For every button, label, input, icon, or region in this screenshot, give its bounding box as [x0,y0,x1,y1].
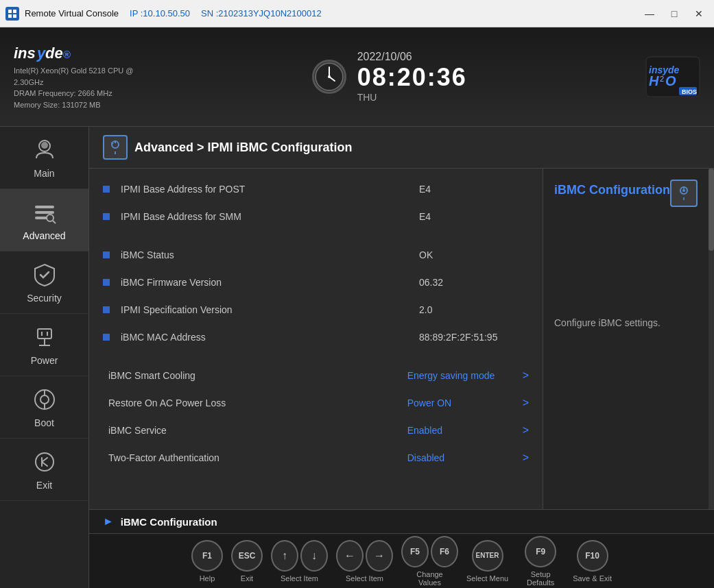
time-display: 08:20:36 [357,63,467,92]
sidebar-item-exit[interactable]: Exit [0,439,88,501]
sidebar-item-main[interactable]: Main [0,127,88,189]
sidebar-exit-label: Exit [36,480,52,491]
right-circle: → [366,540,393,572]
row-indicator [103,334,110,341]
row-indicator [103,279,110,286]
sidebar-security-label: Security [27,293,62,304]
esc-label: Exit [241,574,253,583]
function-key-bar: F1 Help ESC Exit ↑ ↓ Select Item ← [89,533,714,588]
row-value-two-factor: Disabled [407,452,517,463]
svg-text:ins: ins [14,45,36,62]
sidebar-main-label: Main [34,168,54,179]
insyde-h2o-logo: insyde H 2 O BIOS [645,56,700,97]
divider-1 [89,230,543,241]
settings-row-ipmi-smm[interactable]: IPMI Base Address for SMM E4 [89,203,543,230]
minimize-button[interactable]: — [640,5,659,22]
row-label-ipmi-smm: IPMI Base Address for SMM [121,211,419,222]
svg-rect-1 [13,10,16,13]
f1-label: Help [200,574,215,583]
sidebar-item-security[interactable]: Security [0,252,88,314]
left-circle: ← [336,540,364,572]
settings-row-ibmc-status[interactable]: iBMC Status OK [89,241,543,269]
enter-circle: ENTER [472,540,503,572]
row-value-ibmc-cooling: Energy saving mode [407,370,517,381]
svg-rect-0 [8,10,12,13]
boot-icon [31,386,58,413]
settings-row-ibmc-mac[interactable]: iBMC MAC Address 88:89:2F:2F:51:95 [89,323,543,351]
exit-icon [31,448,58,476]
row-label-ipmi-spec: IPMI Specification Version [121,304,419,315]
section-arrow-icon: ► [103,515,114,528]
main-content: Advanced > IPMI iBMC Configuration IPMI … [89,127,714,588]
row-arrow-two-factor: > [523,452,529,464]
svg-rect-22 [35,211,54,214]
fkey-updown[interactable]: ↑ ↓ Select Item [271,540,328,583]
f5-circle: F5 [401,536,429,567]
insyde-logo: ins y de ® [14,43,133,62]
header-left: ins y de ® Intel(R) Xeon(R) Gold 5218 CP… [14,43,133,110]
row-value-ibmc-status: OK [419,249,529,260]
breadcrumb-text: Advanced > IPMI iBMC Configuration [134,140,353,155]
row-label-restore-power: Restore On AC Power Loss [108,397,407,408]
window-sn: SN :2102313YJQ10N2100012 [201,8,322,19]
row-arrow-service: > [523,424,529,437]
svg-text:de: de [45,45,63,62]
cpu-line4: Memory Size: 131072 MB [14,99,133,111]
window-ip: IP :10.10.50.50 [130,8,190,19]
svg-point-20 [41,142,48,149]
security-icon [31,261,58,289]
f9-circle: F9 [525,536,556,567]
sidebar-item-boot[interactable]: Boot [0,376,88,439]
fkey-f1[interactable]: F1 Help [191,540,223,583]
fkey-esc[interactable]: ESC Exit [231,540,263,583]
updown-label: Select Item [281,574,318,583]
cpu-info: Intel(R) Xeon(R) Gold 5218 CPU @ 2.30GHz… [14,65,133,110]
svg-rect-26 [38,329,51,339]
svg-point-24 [47,215,53,221]
settings-left: IPMI Base Address for POST E4 IPMI Base … [89,169,543,509]
svg-text:®: ® [63,49,71,60]
row-value-ibmc-firmware: 06.32 [419,277,529,288]
clock-icon [312,60,346,94]
breadcrumb-area: Advanced > IPMI iBMC Configuration [89,127,714,169]
close-button[interactable]: ✕ [689,5,709,22]
settings-row-two-factor[interactable]: Two-Factor Authentication Disabled > [89,444,543,471]
day-display: THU [357,92,467,103]
title-bar: Remote Virtual Console IP :10.10.50.50 S… [0,0,714,27]
row-label-two-factor: Two-Factor Authentication [108,452,407,463]
breadcrumb-icon [103,135,128,160]
fkey-f9[interactable]: F9 Setup Defaults [516,536,564,587]
fkey-enter[interactable]: ENTER Select Menu [466,540,508,583]
date-display: 2022/10/06 [357,51,467,63]
row-arrow-cooling: > [523,369,529,382]
scrollbar-thumb[interactable] [709,169,714,251]
cpu-line1: Intel(R) Xeon(R) Gold 5218 CPU @ [14,65,133,77]
title-bar-left: Remote Virtual Console IP :10.10.50.50 S… [5,7,322,21]
row-indicator [103,306,110,313]
sidebar-item-power[interactable]: Power [0,314,88,376]
f1-circle: F1 [191,540,223,572]
svg-point-43 [682,189,685,192]
settings-row-ipmi-spec[interactable]: IPMI Specification Version 2.0 [89,296,543,323]
power-icon [31,323,58,351]
svg-text:O: O [665,73,676,88]
scrollbar-track[interactable] [709,169,714,509]
settings-row-ibmc-firmware[interactable]: iBMC Firmware Version 06.32 [89,269,543,296]
settings-row-ibmc-cooling[interactable]: iBMC Smart Cooling Energy saving mode > [89,362,543,389]
row-label-ibmc-firmware: iBMC Firmware Version [121,277,419,288]
fkey-f5f6[interactable]: F5 F6 Change Values [401,536,458,587]
settings-row-restore-power[interactable]: Restore On AC Power Loss Power ON > [89,389,543,417]
divider-2 [89,351,543,362]
settings-row-ibmc-service[interactable]: iBMC Service Enabled > [89,417,543,444]
sidebar-item-advanced[interactable]: Advanced [0,189,88,252]
cpu-line3: DRAM Frequency: 2666 MHz [14,88,133,99]
svg-line-25 [53,221,56,223]
fkey-f10[interactable]: F10 Save & Exit [573,540,612,583]
f10-label: Save & Exit [573,574,612,583]
settings-row-ipmi-post[interactable]: IPMI Base Address for POST E4 [89,175,543,203]
svg-point-32 [40,395,49,404]
svg-text:2: 2 [660,75,664,83]
maximize-button[interactable]: □ [665,5,684,22]
fkey-leftright[interactable]: ← → Select Item [336,540,393,583]
sidebar-power-label: Power [31,355,58,366]
